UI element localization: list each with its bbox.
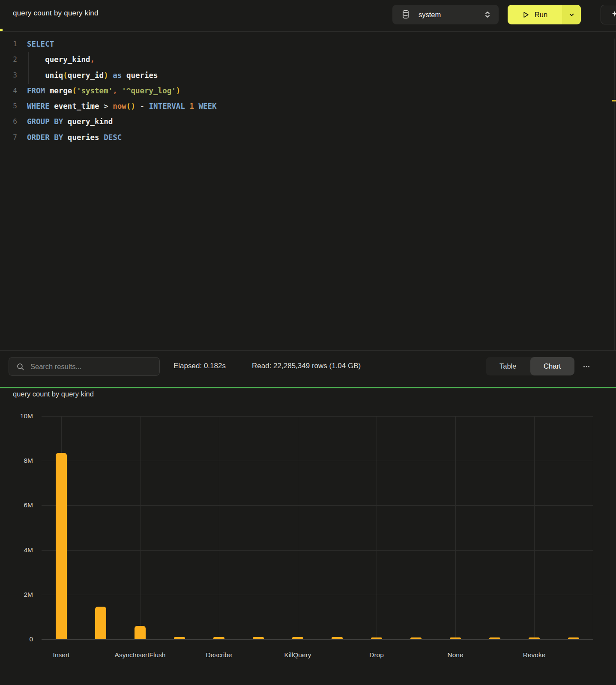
bar[interactable] <box>450 637 461 639</box>
x-tick-label: AsyncInsertFlush <box>115 651 166 659</box>
bar[interactable] <box>568 637 579 639</box>
bar[interactable] <box>529 637 540 639</box>
editor-line: 2 query_kind, <box>0 52 616 67</box>
indent-guide <box>28 52 29 84</box>
bar[interactable] <box>213 637 224 639</box>
gridline-v <box>455 416 456 639</box>
overview-ruler-mark <box>612 100 616 101</box>
line-number: 1 <box>0 36 17 52</box>
bar[interactable] <box>489 637 500 639</box>
chevron-up-down-icon <box>484 10 491 19</box>
bar[interactable] <box>332 637 343 639</box>
run-options-button[interactable] <box>562 5 581 24</box>
bar[interactable] <box>95 607 106 639</box>
x-tick-label: Drop <box>369 651 384 659</box>
code-text: ORDER BY queries DESC <box>27 130 122 145</box>
gridline-h <box>42 461 593 461</box>
code-text: uniq(query_id) as queries <box>27 68 158 83</box>
search-icon <box>16 363 24 371</box>
code-text: SELECT <box>27 36 54 52</box>
line-number: 3 <box>0 68 17 83</box>
editor-line: 1SELECT <box>0 36 616 52</box>
x-tick-label: Describe <box>206 651 232 659</box>
editor-line: 3 uniq(query_id) as queries <box>0 68 616 83</box>
line-number: 4 <box>0 83 17 98</box>
bar[interactable] <box>371 637 382 639</box>
sql-editor[interactable]: 1SELECT2 query_kind,3 uniq(query_id) as … <box>0 32 616 350</box>
query-title: query count by query kind <box>13 9 99 18</box>
chart-plot: 10M8M6M4M2M0InsertAsyncInsertFlushDescri… <box>42 416 593 639</box>
gridline-v <box>298 416 298 639</box>
y-tick-label: 6M <box>7 501 33 509</box>
line-number: 2 <box>0 52 17 67</box>
y-tick-label: 10M <box>7 412 33 420</box>
sql-console: query count by query kind system Run <box>0 0 616 685</box>
read-stat: Read: 22,285,349 rows (1.04 GB) <box>252 362 361 370</box>
active-tab-indicator <box>0 29 3 31</box>
x-tick-label: Revoke <box>523 651 546 659</box>
line-number: 6 <box>0 114 17 129</box>
bar[interactable] <box>292 637 303 639</box>
gridline-v <box>140 416 141 639</box>
ai-assistant-button[interactable] <box>601 5 616 24</box>
more-options-button[interactable] <box>581 361 592 372</box>
y-tick-label: 4M <box>7 546 33 554</box>
editor-lines: 1SELECT2 query_kind,3 uniq(query_id) as … <box>0 36 616 145</box>
view-toggle: Table Chart <box>486 357 574 375</box>
x-tick-label: None <box>447 651 463 659</box>
chart-title: query count by query kind <box>13 390 94 398</box>
code-text: GROUP BY query_kind <box>27 114 113 129</box>
editor-line: 7ORDER BY queries DESC <box>0 130 616 145</box>
database-selector[interactable]: system <box>392 5 499 24</box>
run-button-label: Run <box>535 11 547 19</box>
editor-scrollbar[interactable] <box>614 39 615 350</box>
elapsed-stat: Elapsed: 0.182s <box>173 362 226 370</box>
gridline-v <box>534 416 535 639</box>
code-text: FROM merge('system', '^query_log') <box>27 83 180 98</box>
bar[interactable] <box>135 626 146 639</box>
database-icon <box>401 10 410 19</box>
chart-panel: query count by query kind 10M8M6M4M2M0In… <box>0 388 616 685</box>
editor-line: 6GROUP BY query_kind <box>0 114 616 129</box>
gridline-h <box>42 595 593 595</box>
gridline-h <box>42 416 593 417</box>
bar[interactable] <box>174 637 185 639</box>
search-results-box <box>9 357 160 376</box>
gridline-h <box>42 505 593 506</box>
x-tick-label: Insert <box>53 651 70 659</box>
run-button[interactable]: Run <box>508 5 562 24</box>
code-text: WHERE event_time > now() - INTERVAL 1 WE… <box>27 98 217 114</box>
x-tick-label: KillQuery <box>284 651 311 659</box>
run-button-group: Run <box>508 5 581 24</box>
gridline-v <box>219 416 219 639</box>
code-text: query_kind, <box>27 52 95 67</box>
search-results-input[interactable] <box>30 362 159 371</box>
y-tick-label: 0 <box>7 635 33 643</box>
view-toggle-chart[interactable]: Chart <box>530 357 575 375</box>
editor-line: 4FROM merge('system', '^query_log') <box>0 83 616 98</box>
x-axis-line <box>42 639 593 640</box>
bar[interactable] <box>410 637 422 639</box>
view-toggle-table[interactable]: Table <box>486 357 530 375</box>
gridline-v <box>377 416 377 639</box>
chevron-down-icon <box>569 12 574 18</box>
bar[interactable] <box>56 453 67 639</box>
y-tick-label: 2M <box>7 591 33 599</box>
bar[interactable] <box>253 637 264 639</box>
gridline-h <box>42 550 593 551</box>
line-number: 7 <box>0 130 17 145</box>
play-icon <box>522 11 529 18</box>
query-header: query count by query kind system Run <box>0 0 616 32</box>
y-tick-label: 8M <box>7 457 33 465</box>
editor-line: 5WHERE event_time > now() - INTERVAL 1 W… <box>0 98 616 114</box>
database-selector-value: system <box>419 11 441 19</box>
gridline-v <box>593 416 593 639</box>
results-toolbar: Elapsed: 0.182s Read: 22,285,349 rows (1… <box>0 350 616 387</box>
line-number: 5 <box>0 98 17 114</box>
ellipsis-icon <box>583 366 585 367</box>
sparkle-icon <box>610 9 616 20</box>
